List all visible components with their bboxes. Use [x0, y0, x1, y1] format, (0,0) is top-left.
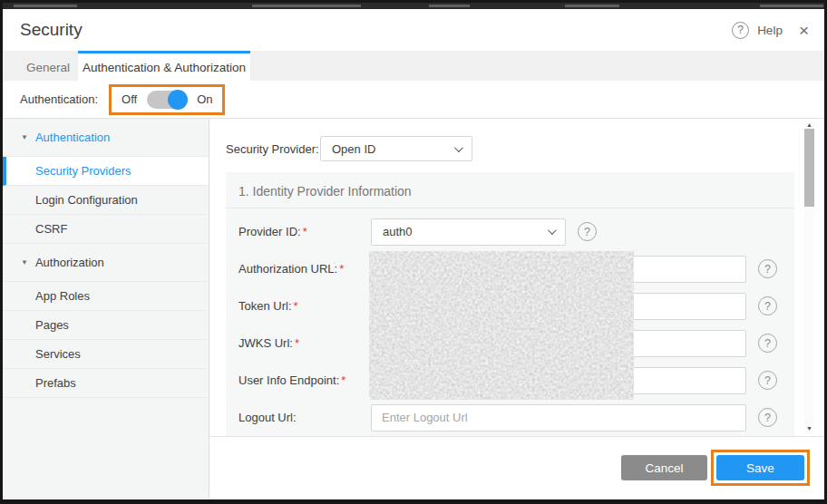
dialog-title: Security: [20, 20, 83, 40]
required-asterisk: *: [303, 225, 307, 238]
logout-url-input[interactable]: [371, 404, 746, 431]
toggle-knob: [168, 90, 188, 110]
sidebar-item-security-providers[interactable]: Security Providers: [3, 157, 209, 186]
required-asterisk: *: [339, 262, 344, 276]
field-label-text: Logout Url:: [238, 411, 297, 424]
field-label-text: Authorization URL:: [238, 262, 337, 276]
authentication-toggle-row: Authentication: Off On: [3, 81, 824, 119]
cancel-button[interactable]: Cancel: [621, 455, 707, 480]
field-label: Authorization URL:*: [238, 262, 371, 276]
field-help-icon[interactable]: ?: [578, 222, 597, 241]
field-label: Token Url:*: [238, 299, 371, 313]
scrollbar[interactable]: ▲ ▼: [804, 121, 814, 433]
background-artifact: [565, 5, 619, 7]
field-label: JWKS Url:*: [238, 336, 371, 350]
authentication-toggle[interactable]: [147, 91, 187, 109]
security-provider-select[interactable]: Open ID: [320, 136, 472, 161]
dialog-header: Security ? Help ×: [3, 9, 824, 51]
field-help-icon[interactable]: ?: [758, 259, 777, 278]
security-dialog: Security ? Help × GeneralAuthentication …: [0, 0, 827, 504]
chevron-down-icon: [548, 226, 557, 235]
user-info-endpoint-input[interactable]: [371, 367, 746, 394]
sidebar-item-login-configuration[interactable]: Login Configuration: [3, 186, 209, 215]
required-asterisk: *: [341, 373, 345, 387]
background-artifact: [252, 5, 361, 7]
background-artifact: [760, 5, 823, 7]
security-provider-label: Security Provider:: [226, 142, 320, 156]
field-label: Logout Url:: [238, 411, 371, 424]
sidebar: ▼AuthenticationSecurity ProvidersLogin C…: [3, 119, 209, 499]
toggle-off-label: Off: [122, 92, 137, 106]
sidebar-item-pages[interactable]: Pages: [3, 311, 209, 340]
field-label: User Info Endpoint:*: [238, 373, 371, 387]
select-value: auth0: [383, 225, 413, 238]
background-artifact: [429, 5, 470, 7]
field-help-icon[interactable]: ?: [758, 334, 777, 353]
toggle-on-label: On: [197, 92, 212, 106]
collapse-icon: ▼: [21, 133, 28, 141]
tab-bar: GeneralAuthentication & Authorization: [3, 51, 824, 81]
section-title: 1. Identity Provider Information: [226, 172, 794, 208]
required-asterisk: *: [294, 299, 298, 313]
field-label-text: Provider ID:: [238, 225, 301, 238]
settings-scroll-area: Security Provider: Open ID 1. Identity P…: [209, 119, 824, 436]
sidebar-group-authorization[interactable]: ▼Authorization: [3, 244, 209, 282]
jwks-url-input[interactable]: [371, 330, 746, 357]
field-row-token-url: Token Url:*?: [238, 287, 782, 325]
field-row-provider-id: Provider ID:*auth0?: [238, 213, 782, 250]
collapse-icon: ▼: [21, 258, 28, 267]
sidebar-item-app-roles[interactable]: App Roles: [3, 282, 209, 311]
security-provider-value: Open ID: [332, 142, 375, 156]
field-help-icon[interactable]: ?: [758, 296, 777, 315]
tab-general[interactable]: General: [18, 51, 78, 81]
help-link[interactable]: Help: [757, 24, 783, 37]
sidebar-group-label: Authorization: [35, 256, 104, 269]
highlight-box-toggle: Off On: [109, 84, 225, 115]
help-icon[interactable]: ?: [732, 22, 749, 39]
tab-authentication-authorization[interactable]: Authentication & Authorization: [78, 51, 250, 81]
required-asterisk: *: [295, 336, 299, 350]
security-provider-row: Security Provider: Open ID: [226, 136, 472, 161]
field-row-user-info-endpoint: User Info Endpoint:*?: [238, 362, 782, 399]
field-row-logout-url: Logout Url:?: [238, 399, 782, 436]
sidebar-group-label: Authentication: [35, 131, 110, 144]
field-label-text: JWKS Url:: [238, 336, 293, 350]
authentication-label: Authentication:: [20, 92, 98, 106]
field-help-icon[interactable]: ?: [758, 408, 777, 427]
field-label: Provider ID:*: [238, 225, 371, 238]
background-artifact: [14, 5, 77, 7]
dialog-footer: Cancel Save: [209, 436, 824, 499]
close-icon[interactable]: ×: [799, 22, 809, 39]
field-label-text: Token Url:: [238, 299, 292, 313]
sidebar-group-authentication[interactable]: ▼Authentication: [3, 119, 209, 157]
chevron-down-icon: [454, 143, 463, 152]
field-row-authorization-url: Authorization URL:*?: [238, 250, 782, 287]
sidebar-item-services[interactable]: Services: [3, 340, 209, 369]
token-url-input[interactable]: [371, 293, 746, 320]
scroll-thumb[interactable]: [804, 129, 814, 207]
provider-id-select[interactable]: auth0: [371, 218, 566, 246]
background-app-strip: [3, 3, 824, 9]
sidebar-item-csrf[interactable]: CSRF: [3, 215, 209, 244]
scroll-down-icon[interactable]: ▼: [804, 424, 814, 433]
identity-provider-section: 1. Identity Provider Information Provide…: [226, 172, 794, 437]
save-button[interactable]: Save: [716, 455, 804, 480]
authorization-url-input[interactable]: [371, 256, 746, 283]
field-label-text: User Info Endpoint:: [238, 373, 339, 387]
field-row-jwks-url: JWKS Url:*?: [238, 325, 782, 362]
highlight-box-save: Save: [711, 450, 810, 486]
sidebar-item-prefabs[interactable]: Prefabs: [3, 369, 209, 398]
field-help-icon[interactable]: ?: [758, 371, 777, 390]
